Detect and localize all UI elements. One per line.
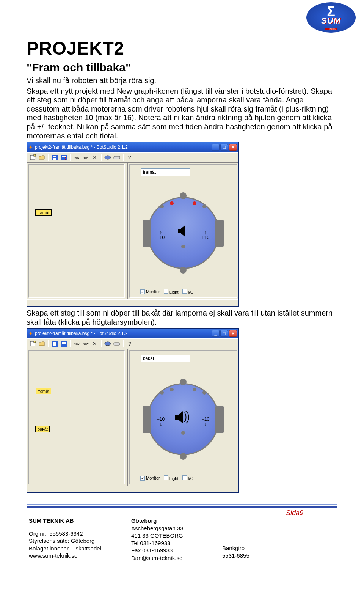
state-name-input[interactable]: framåt [141, 168, 190, 176]
edit-icon[interactable] [60, 153, 68, 162]
motor-right[interactable]: −10 ↓ [196, 417, 215, 426]
help-icon[interactable]: ? [126, 340, 134, 348]
separator [101, 154, 102, 161]
window-title: projekt2-framåt tillbaka.bsg * - BotStud… [35, 145, 211, 150]
svg-point-16 [105, 342, 111, 346]
splitter[interactable] [126, 349, 128, 486]
minimize-button[interactable]: _ [212, 144, 220, 151]
status-bar [27, 299, 238, 306]
botstudio-window-1: ✦ projekt2-framåt tillbaka.bsg * - BotSt… [27, 142, 239, 307]
state-name-input[interactable]: bakåt [141, 355, 190, 362]
svg-rect-4 [53, 158, 56, 160]
new-state-icon[interactable]: new [72, 153, 81, 162]
motor-right[interactable]: ↑ +10 [196, 230, 215, 240]
footer-zip: 411 33 GÖTEBORG [131, 532, 207, 539]
svg-rect-10 [34, 341, 36, 343]
maximize-button[interactable]: □ [220, 144, 228, 151]
open-icon[interactable] [38, 153, 46, 162]
company-logo: Σ SUM TEKNIK [306, 2, 356, 33]
footer-divider [27, 504, 337, 508]
robot-view: ↑ +10 ↑ +10 [130, 178, 237, 288]
svg-rect-3 [53, 156, 56, 157]
arrow-down-icon: ↓ [196, 422, 215, 426]
delete-icon[interactable]: ✕ [91, 340, 99, 348]
document-page: Σ SUM TEKNIK PROJEKT2 "Fram och tillbaka… [0, 0, 364, 599]
save-icon[interactable] [50, 153, 59, 162]
new-graph-icon[interactable] [28, 153, 37, 162]
footer-email: Dan@sum-teknik.se [131, 554, 207, 562]
io-checkbox[interactable]: I/O [182, 475, 194, 481]
new-graph-icon[interactable] [28, 340, 37, 348]
state-node-framat[interactable]: framåt [36, 209, 51, 215]
footer-bankgiro-label: Bankgiro [222, 544, 279, 552]
robot-icon[interactable] [104, 340, 112, 348]
footer-orgnr: Org.nr.: 556583-6342 [29, 530, 116, 538]
help-icon[interactable]: ? [126, 153, 134, 162]
toolbar: new new ✕ ? [27, 338, 238, 349]
motor-left-value[interactable]: +10 [157, 235, 165, 240]
light-checkbox[interactable]: Light [164, 475, 179, 481]
motor-right-value[interactable]: +10 [202, 235, 209, 240]
footer-url: www.sum-teknik.se [29, 552, 116, 560]
motor-left[interactable]: −10 ↓ [152, 417, 170, 426]
serial-icon[interactable] [113, 153, 121, 162]
title-bar[interactable]: ✦ projekt2-framåt tillbaka.bsg * - BotSt… [27, 142, 238, 152]
page-title: PROJEKT2 [27, 38, 337, 59]
botstudio-window-2: ✦ projekt2-framåt tillbaka.bsg * - BotSt… [27, 328, 239, 493]
arrow-up-icon: ↑ [152, 230, 170, 235]
splitter[interactable] [126, 163, 128, 299]
title-bar[interactable]: ✦ projekt2-framåt tillbaka.bsg * - BotSt… [27, 329, 238, 338]
new-transition-icon[interactable]: new [82, 340, 90, 348]
minimize-button[interactable]: _ [212, 330, 220, 337]
state-node-framat[interactable]: framåt [36, 388, 51, 394]
robot-wheel-right [215, 406, 224, 433]
page-number: Sida9 [27, 509, 337, 517]
robot-wheel-right [215, 220, 224, 247]
separator [123, 154, 124, 161]
motor-left[interactable]: ↑ +10 [152, 230, 170, 240]
graph-canvas[interactable]: framåt bakåt [28, 350, 125, 484]
monitor-checkbox[interactable]: ✓Monitor [140, 289, 160, 294]
serial-icon[interactable] [113, 340, 121, 348]
app-icon: ✦ [28, 144, 33, 150]
monitor-checkbox[interactable]: ✓Monitor [140, 476, 160, 481]
close-button[interactable]: ✕ [229, 330, 237, 337]
delete-icon[interactable]: ✕ [91, 153, 99, 162]
separator [70, 154, 71, 161]
paragraph-main: Skapa ett nytt projekt med New graph-iko… [27, 87, 337, 141]
footer-tel: Tel 031-169933 [131, 539, 207, 547]
graph-canvas[interactable]: framåt [28, 164, 125, 298]
paragraph-intro: Vi skall nu få roboten att börja röra si… [27, 76, 337, 85]
robot-wheel-left [143, 406, 151, 433]
state-node-bakat[interactable]: bakåt [36, 426, 50, 432]
save-icon[interactable] [50, 340, 59, 348]
separator [123, 340, 124, 347]
footer-street: Aschebergsgatan 33 [131, 525, 207, 532]
io-checkbox[interactable]: I/O [182, 289, 194, 294]
svg-rect-8 [114, 156, 120, 159]
state-detail-pane: bakåt [129, 350, 237, 484]
speaker-icon[interactable] [173, 220, 193, 242]
close-button[interactable]: ✕ [229, 144, 237, 151]
separator [48, 340, 49, 347]
separator [101, 340, 102, 347]
footer-city: Göteborg [131, 517, 207, 525]
open-icon[interactable] [38, 340, 46, 348]
svg-rect-12 [53, 342, 56, 344]
options-row: ✓Monitor Light I/O [130, 288, 237, 297]
speaker-icon[interactable] [173, 406, 193, 429]
toolbar: new new ✕ ? [27, 152, 238, 163]
robot-icon[interactable] [104, 153, 112, 162]
maximize-button[interactable]: □ [220, 330, 228, 337]
new-state-icon[interactable]: new [72, 340, 81, 348]
new-transition-icon[interactable]: new [82, 153, 90, 162]
light-checkbox[interactable]: Light [164, 289, 179, 294]
status-bar [27, 486, 238, 492]
footer-tax: Bolaget innehar F-skattsedel [29, 545, 116, 552]
robot-view: −10 ↓ −10 ↓ [130, 365, 237, 474]
footer-company: SUM TEKNIK AB [29, 517, 116, 525]
edit-icon[interactable] [60, 340, 68, 348]
arrow-down-icon: ↓ [152, 422, 170, 426]
svg-rect-13 [53, 344, 56, 346]
svg-point-7 [105, 156, 111, 159]
